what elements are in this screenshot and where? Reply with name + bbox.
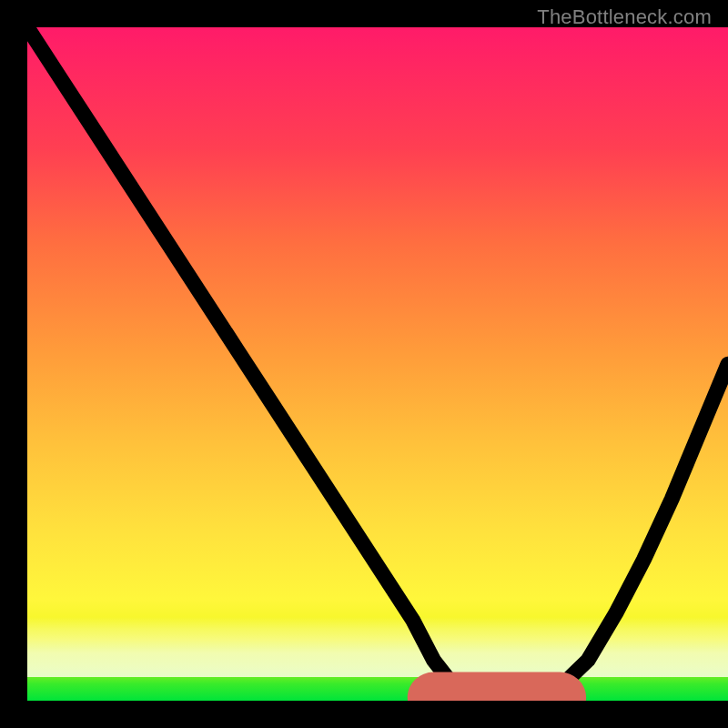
chart-container: TheBottleneck.com [0, 0, 728, 728]
bottleneck-curve [27, 27, 728, 697]
curve-svg [27, 27, 728, 701]
watermark-text: TheBottleneck.com [537, 5, 712, 29]
plot-area [27, 27, 728, 701]
